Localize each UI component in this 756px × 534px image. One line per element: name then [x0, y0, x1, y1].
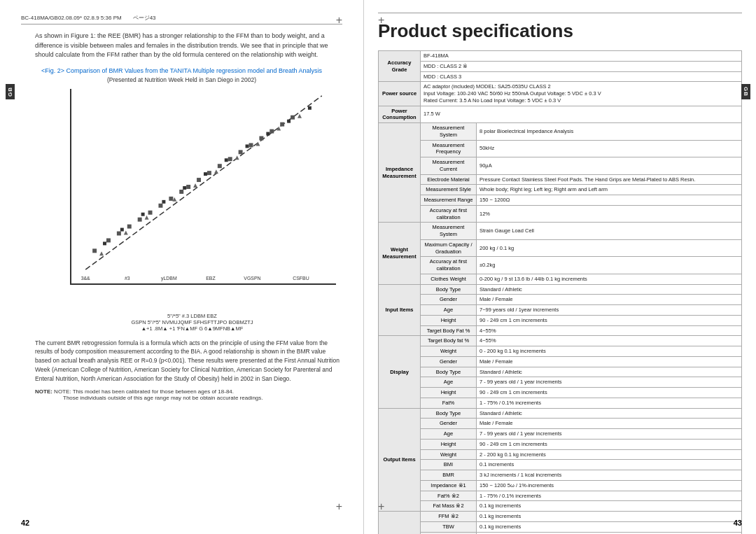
- left-sidebar-label: GB: [6, 84, 15, 99]
- table-row: Weight 2 - 200 kg 0.1 kg increments: [379, 449, 742, 460]
- svg-rect-10: [186, 185, 190, 189]
- crosshair-bottom-right: +: [336, 500, 342, 513]
- table-row: Output Items Body Type Standard / Athlet…: [379, 408, 742, 419]
- table-row: BMR 3 kJ increments / 1 kcal increments: [379, 470, 742, 481]
- page-container: BC-418MA/GB02.08.09* 02.8.9 5:36 PM ページ4…: [0, 0, 756, 534]
- table-row: Measurement Range 150 − 1200Ω: [379, 195, 742, 206]
- page-number-left: 42: [21, 519, 29, 527]
- table-row: Body Type Standard / Athletic: [379, 367, 742, 377]
- svg-text:yLDBM: yLDBM: [160, 276, 176, 281]
- note-text: NOTE: NOTE: This model has been calibrat…: [35, 388, 342, 401]
- header-text: BC-418MA/GB02.08.09* 02.8.9 5:36 PM ページ4…: [21, 14, 156, 22]
- spec-table: Accuracy Grade BF-418MA MDD : CLASS 2 ※ …: [378, 50, 742, 534]
- svg-rect-1: [92, 248, 97, 253]
- svg-rect-26: [204, 172, 207, 176]
- svg-rect-16: [248, 143, 253, 147]
- table-row: Fat% ※2 1 - 75% / 0.1% increments: [379, 491, 742, 501]
- svg-text:EBZ: EBZ: [206, 276, 216, 281]
- svg-rect-5: [137, 217, 141, 221]
- svg-rect-15: [238, 150, 242, 154]
- svg-rect-11: [197, 178, 201, 182]
- svg-rect-18: [270, 129, 274, 133]
- svg-rect-24: [162, 199, 165, 203]
- table-row: Gender Male / Female: [379, 295, 742, 305]
- table-row: Age 7−99 years old / 1year increments: [379, 305, 742, 316]
- right-sidebar-label: GB: [741, 84, 750, 99]
- svg-rect-7: [158, 203, 162, 207]
- table-row: Power Consumption 17.5 W: [379, 106, 742, 123]
- table-row: Height 90 - 249 cm 1 cm increments: [379, 388, 742, 398]
- table-row: Measurement Style Whole body; Right leg;…: [379, 185, 742, 195]
- svg-rect-21: [103, 241, 106, 245]
- svg-marker-33: [123, 230, 127, 234]
- svg-rect-3: [116, 231, 120, 235]
- page-number-right: 43: [734, 519, 742, 527]
- svg-marker-37: [214, 169, 218, 174]
- table-row: BMI 0.1 increments: [379, 460, 742, 470]
- crosshair-top-left: +: [378, 14, 384, 27]
- product-title: Product specifications: [378, 20, 742, 42]
- table-row: TBW 0.1 kg increments: [379, 521, 742, 532]
- svg-rect-9: [179, 189, 183, 193]
- table-row: Height 90 - 249 cm 1 cm increments: [379, 439, 742, 449]
- left-page: BC-418MA/GB02.08.09* 02.8.9 5:36 PM ページ4…: [0, 0, 364, 534]
- table-row: Accuracy at first calibration 12%: [379, 205, 742, 223]
- svg-rect-28: [245, 144, 248, 148]
- table-row: Maximum Capacity / Graduation 200 kg / 0…: [379, 239, 742, 257]
- svg-rect-25: [183, 186, 186, 190]
- svg-rect-29: [266, 132, 270, 135]
- left-header: BC-418MA/GB02.08.09* 02.8.9 5:36 PM ページ4…: [21, 14, 342, 24]
- svg-marker-36: [193, 183, 197, 188]
- svg-rect-30: [287, 119, 290, 122]
- table-row: Gender Male / Female: [379, 356, 742, 367]
- svg-rect-8: [169, 196, 173, 200]
- svg-text:VGSPN: VGSPN: [244, 276, 260, 281]
- svg-rect-2: [106, 238, 111, 242]
- svg-rect-12: [206, 171, 211, 175]
- svg-rect-17: [259, 136, 263, 140]
- table-row: Measurement Frequency 50kHz: [379, 140, 742, 157]
- svg-marker-32: [99, 251, 104, 255]
- crosshair-top-right: +: [336, 14, 342, 27]
- svg-rect-31: [307, 106, 311, 109]
- svg-rect-13: [217, 164, 221, 168]
- table-row: Power source AC adaptor (included) MODEL…: [379, 82, 742, 106]
- svg-rect-23: [141, 212, 144, 216]
- table-row: Age 7 - 99 years old / 1 year increments: [379, 377, 742, 388]
- table-row: Age 7 - 99 years old / 1 year increments: [379, 429, 742, 440]
- table-row: ImpedanceMeasurement Measurement System …: [379, 123, 742, 141]
- svg-marker-34: [144, 215, 148, 219]
- svg-rect-22: [120, 227, 123, 231]
- svg-rect-27: [224, 158, 227, 162]
- table-row: Impedance ※1 150 − 1200 5ω / 1%-incremen…: [379, 480, 742, 491]
- note-label: NOTE:: [35, 388, 54, 395]
- right-page: GB Product specifications Accuracy Grade…: [364, 0, 756, 534]
- crosshair-bottom-left: +: [378, 500, 384, 513]
- table-row: Gender Male / Female: [379, 419, 742, 429]
- table-row: Height 90 - 249 cm 1 cm increments: [379, 315, 742, 325]
- table-row: MDD : CLASS 2 ※: [379, 61, 742, 71]
- chart-container: Z Y –& 3 3 4&& Q 3&& #3 yLDBM EBZ VGSPN …: [63, 89, 342, 285]
- table-row: Weight 0 - 200 kg 0.1 kg increments: [379, 346, 742, 357]
- table-row: Target Body Fat % 4−55%: [379, 325, 742, 336]
- table-row: Electrode Material Pressure Contact Stai…: [379, 174, 742, 185]
- table-row: Accuracy at first calibration ±0.2kg: [379, 257, 742, 274]
- table-row: Accuracy Grade BF-418MA: [379, 51, 742, 62]
- svg-marker-41: [298, 113, 302, 118]
- table-row: Fat% 1 - 75% / 0.1% increments: [379, 398, 742, 408]
- table-row: WeightMeasurement Measurement System Str…: [379, 223, 742, 240]
- table-row: Print-out FFM ※2 0.1 kg increments: [379, 512, 742, 522]
- table-row: Clothes Weight 0-200 kg / 9 st 13.6 lb /…: [379, 274, 742, 284]
- intro-text: As shown in Figure 1: the REE (BMR) has …: [35, 31, 342, 60]
- svg-rect-20: [290, 115, 295, 119]
- chart-bottom-labels: 5"/*5" #.3 LDBM EBZ GSPN 5"/*5" NVMUJQMF…: [42, 313, 342, 332]
- svg-rect-14: [227, 157, 232, 161]
- svg-text:#3: #3: [124, 276, 130, 281]
- svg-marker-38: [234, 155, 239, 160]
- svg-rect-4: [127, 224, 131, 228]
- right-header: [378, 10, 742, 13]
- table-row: MDD : CLASS 3: [379, 71, 742, 82]
- body-text: The current BMR retrogression formula is…: [35, 339, 342, 384]
- figure-subtitle: (Presented at Nutrition Week Held in San…: [21, 76, 342, 83]
- svg-text:3&&: 3&&: [80, 276, 90, 281]
